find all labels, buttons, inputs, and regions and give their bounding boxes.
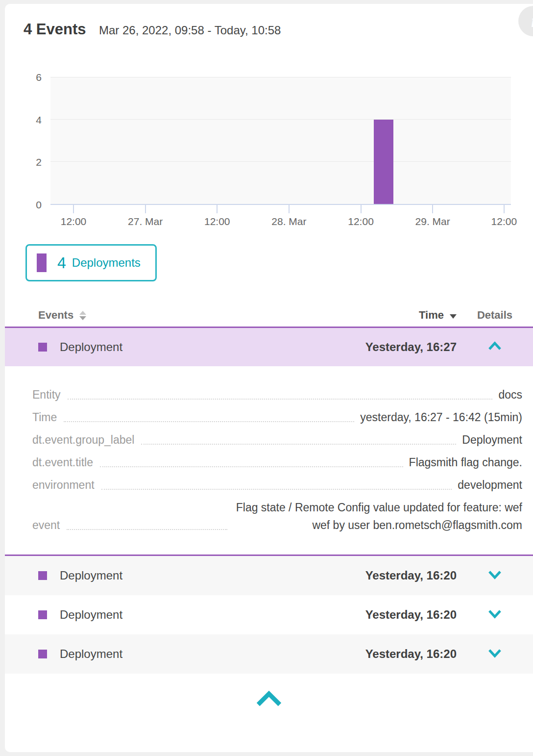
chevron-down-icon[interactable] (457, 609, 533, 619)
x-axis-tick-label: 29. Mar (415, 216, 450, 227)
y-axis-tick-label: 4 (22, 114, 42, 126)
event-time-label: Yesterday, 16:27 (365, 340, 457, 353)
x-axis-tick-label: 28. Mar (271, 216, 306, 227)
detail-row: Timeyesterday, 16:27 - 16:42 (15min) (32, 408, 522, 426)
event-row[interactable]: DeploymentYesterday, 16:27 (5, 328, 533, 366)
detail-value: Flagsmith flag change. (409, 454, 522, 471)
sort-arrows-icon (79, 311, 86, 320)
detail-leader-dots (141, 444, 456, 445)
events-panel: 4 Events Mar 26, 2022, 09:58 - Today, 10… (5, 4, 533, 752)
column-header-time[interactable]: Time (329, 309, 457, 322)
y-axis-tick-label: 6 (22, 72, 42, 83)
deployment-square-icon (38, 610, 47, 619)
event-type-label: Deployment (60, 569, 122, 582)
y-axis-tick-label: 2 (22, 156, 42, 168)
chevron-up-icon[interactable] (457, 341, 533, 351)
gridline (50, 119, 511, 120)
event-time-label: Yesterday, 16:20 (365, 608, 457, 621)
deployment-square-icon (38, 343, 47, 352)
event-time-cell: Yesterday, 16:20 (329, 647, 457, 661)
panel-header: 4 Events Mar 26, 2022, 09:58 - Today, 10… (5, 4, 533, 38)
events-table: Events Time Details DeploymentYesterday,… (5, 304, 533, 674)
table-header: Events Time Details (5, 304, 533, 327)
x-axis-tick (145, 205, 146, 213)
deployments-swatch-icon (37, 253, 47, 272)
detail-row: environmentdevelopment (32, 476, 522, 494)
event-details-cell (457, 340, 533, 354)
event-row[interactable]: DeploymentYesterday, 16:20 (5, 556, 533, 595)
triangle-down-icon (450, 314, 457, 319)
details-header-label: Details (477, 309, 512, 321)
column-header-details: Details (457, 309, 533, 322)
detail-row: Entitydocs (32, 386, 522, 403)
event-time-label: Yesterday, 16:20 (365, 647, 457, 660)
page-title: 4 Events (24, 21, 86, 38)
table-footer (5, 687, 533, 710)
detail-leader-dots (64, 421, 354, 422)
timeframe-label: Mar 26, 2022, 09:58 - Today, 10:58 (99, 24, 281, 37)
event-type-label: Deployment (60, 608, 122, 622)
x-axis-tick (217, 205, 218, 213)
chevron-down-icon[interactable] (457, 570, 533, 580)
detail-value: Flag state / Remote Config value updated… (233, 499, 522, 534)
detail-label: Entity (32, 386, 61, 403)
x-axis-tick-label: 12:00 (61, 216, 87, 227)
events-header-label: Events (38, 309, 73, 322)
legend-deployments[interactable]: 4 Deployments (25, 244, 157, 281)
column-header-events[interactable]: Events (5, 309, 329, 322)
detail-label: environment (32, 476, 95, 494)
detail-row: dt.event.group_labelDeployment (32, 431, 522, 449)
event-cell: Deployment (5, 647, 329, 661)
legend-count: 4 (57, 254, 66, 272)
event-time-cell: Yesterday, 16:20 (329, 608, 457, 622)
event-type-label: Deployment (60, 340, 122, 354)
x-axis-tick-label: 12:00 (491, 216, 517, 227)
detail-label: dt.event.title (32, 454, 93, 471)
table-body: DeploymentYesterday, 16:27EntitydocsTime… (5, 327, 533, 674)
x-axis-tick (432, 205, 433, 213)
x-axis-tick-label: 12:00 (204, 216, 230, 227)
detail-label: dt.event.group_label (32, 431, 134, 449)
x-axis-tick (289, 205, 290, 213)
event-row[interactable]: DeploymentYesterday, 16:20 (5, 595, 533, 634)
gridline (50, 77, 511, 77)
deployment-square-icon (38, 571, 47, 580)
plot-area (50, 77, 511, 205)
event-cell: Deployment (5, 569, 329, 582)
gridline (50, 161, 511, 162)
events-chart: 024612:0027. Mar12:0028. Mar12:0029. Mar… (50, 77, 511, 205)
deployment-square-icon (38, 650, 47, 658)
info-icon[interactable]: i (518, 6, 533, 36)
deployment-bar[interactable] (374, 120, 393, 204)
x-axis-tick-label: 27. Mar (128, 216, 163, 227)
event-type-label: Deployment (60, 647, 122, 661)
x-axis-tick (504, 205, 505, 213)
event-time-label: Yesterday, 16:20 (365, 569, 457, 582)
detail-row: dt.event.titleFlagsmith flag change. (32, 454, 522, 471)
event-details-cell (457, 608, 533, 622)
event-cell: Deployment (5, 340, 329, 354)
x-axis-tick-label: 12:00 (348, 216, 374, 227)
event-time-cell: Yesterday, 16:27 (329, 340, 457, 354)
event-cell: Deployment (5, 608, 329, 622)
detail-leader-dots (101, 489, 452, 490)
chevron-down-icon[interactable] (457, 648, 533, 658)
x-axis-tick (361, 205, 362, 213)
detail-leader-dots (68, 399, 493, 400)
collapse-events-icon[interactable] (252, 687, 286, 710)
detail-label: event (32, 516, 60, 534)
detail-row: eventFlag state / Remote Config value up… (32, 499, 522, 534)
time-header-label: Time (419, 309, 444, 321)
detail-leader-dots (100, 466, 403, 467)
detail-value: yesterday, 16:27 - 16:42 (15min) (360, 408, 522, 426)
event-details-panel: EntitydocsTimeyesterday, 16:27 - 16:42 (… (5, 366, 533, 554)
y-axis-tick-label: 0 (22, 199, 42, 211)
detail-value: Deployment (462, 431, 522, 449)
expanded-event-group: DeploymentYesterday, 16:27EntitydocsTime… (5, 327, 533, 556)
event-details-cell (457, 647, 533, 661)
event-details-cell (457, 569, 533, 582)
x-axis-tick (73, 205, 74, 213)
event-time-cell: Yesterday, 16:20 (329, 569, 457, 582)
detail-label: Time (32, 408, 57, 426)
event-row[interactable]: DeploymentYesterday, 16:20 (5, 634, 533, 674)
